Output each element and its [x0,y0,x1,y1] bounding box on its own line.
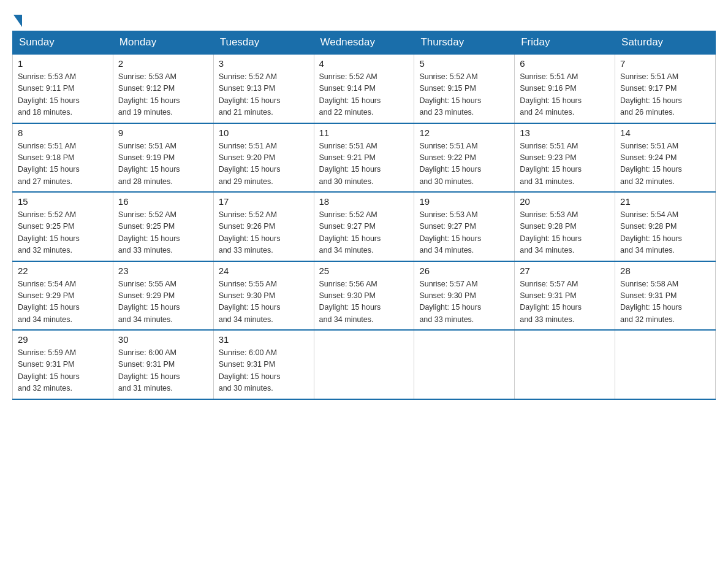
calendar-day-cell: 22Sunrise: 5:54 AM Sunset: 9:29 PM Dayli… [13,261,113,331]
calendar-table: SundayMondayTuesdayWednesdayThursdayFrid… [12,31,716,400]
day-info: Sunrise: 6:00 AM Sunset: 9:31 PM Dayligh… [118,347,208,395]
day-info: Sunrise: 5:53 AM Sunset: 9:11 PM Dayligh… [18,71,108,119]
calendar-day-cell: 9Sunrise: 5:51 AM Sunset: 9:19 PM Daylig… [113,123,213,193]
day-info: Sunrise: 5:51 AM Sunset: 9:20 PM Dayligh… [219,140,309,188]
day-info: Sunrise: 5:59 AM Sunset: 9:31 PM Dayligh… [18,347,108,395]
day-info: Sunrise: 5:51 AM Sunset: 9:19 PM Dayligh… [118,140,208,188]
day-info: Sunrise: 5:53 AM Sunset: 9:27 PM Dayligh… [419,209,509,257]
day-info: Sunrise: 5:57 AM Sunset: 9:30 PM Dayligh… [419,278,509,326]
calendar-day-cell: 5Sunrise: 5:52 AM Sunset: 9:15 PM Daylig… [414,54,515,123]
calendar-day-cell: 23Sunrise: 5:55 AM Sunset: 9:29 PM Dayli… [113,261,213,331]
day-info: Sunrise: 5:58 AM Sunset: 9:31 PM Dayligh… [620,278,710,326]
calendar-day-cell: 13Sunrise: 5:51 AM Sunset: 9:23 PM Dayli… [515,123,615,193]
calendar-week-row: 8Sunrise: 5:51 AM Sunset: 9:18 PM Daylig… [13,123,716,193]
calendar-day-cell [615,330,716,399]
day-info: Sunrise: 5:52 AM Sunset: 9:14 PM Dayligh… [319,71,409,119]
day-info: Sunrise: 5:52 AM Sunset: 9:25 PM Dayligh… [118,209,208,257]
day-number: 14 [620,128,710,138]
day-number: 21 [620,196,710,207]
calendar-day-cell [314,330,414,399]
calendar-day-cell: 29Sunrise: 5:59 AM Sunset: 9:31 PM Dayli… [13,330,113,399]
day-info: Sunrise: 5:52 AM Sunset: 9:13 PM Dayligh… [219,71,309,119]
day-number: 7 [620,58,710,69]
day-number: 12 [419,128,509,138]
calendar-day-cell: 4Sunrise: 5:52 AM Sunset: 9:14 PM Daylig… [314,54,414,123]
day-number: 27 [520,266,610,276]
day-number: 11 [319,128,409,138]
calendar-day-cell: 7Sunrise: 5:51 AM Sunset: 9:17 PM Daylig… [615,54,716,123]
calendar-header-monday: Monday [113,31,213,55]
day-number: 26 [419,266,509,276]
day-number: 28 [620,266,710,276]
calendar-day-cell: 12Sunrise: 5:51 AM Sunset: 9:22 PM Dayli… [414,123,515,193]
day-number: 29 [18,334,108,345]
calendar-day-cell: 6Sunrise: 5:51 AM Sunset: 9:16 PM Daylig… [515,54,615,123]
day-number: 23 [118,266,208,276]
day-info: Sunrise: 5:56 AM Sunset: 9:30 PM Dayligh… [319,278,409,326]
calendar-day-cell: 3Sunrise: 5:52 AM Sunset: 9:13 PM Daylig… [213,54,314,123]
logo-arrow-icon [13,15,22,27]
calendar-header-saturday: Saturday [615,31,716,55]
calendar-day-cell: 14Sunrise: 5:51 AM Sunset: 9:24 PM Dayli… [615,123,716,193]
logo [12,12,23,25]
calendar-header-friday: Friday [515,31,615,55]
day-info: Sunrise: 5:55 AM Sunset: 9:29 PM Dayligh… [118,278,208,326]
calendar-day-cell: 19Sunrise: 5:53 AM Sunset: 9:27 PM Dayli… [414,192,515,261]
calendar-day-cell: 16Sunrise: 5:52 AM Sunset: 9:25 PM Dayli… [113,192,213,261]
calendar-header-tuesday: Tuesday [213,31,314,55]
calendar-day-cell: 17Sunrise: 5:52 AM Sunset: 9:26 PM Dayli… [213,192,314,261]
day-info: Sunrise: 5:51 AM Sunset: 9:18 PM Dayligh… [18,140,108,188]
calendar-day-cell [515,330,615,399]
day-number: 24 [219,266,309,276]
day-number: 18 [319,196,409,207]
calendar-day-cell: 1Sunrise: 5:53 AM Sunset: 9:11 PM Daylig… [13,54,113,123]
calendar-day-cell: 27Sunrise: 5:57 AM Sunset: 9:31 PM Dayli… [515,261,615,331]
day-number: 25 [319,266,409,276]
calendar-day-cell: 2Sunrise: 5:53 AM Sunset: 9:12 PM Daylig… [113,54,213,123]
day-number: 20 [520,196,610,207]
day-number: 30 [118,334,208,345]
calendar-header-wednesday: Wednesday [314,31,414,55]
day-info: Sunrise: 5:51 AM Sunset: 9:17 PM Dayligh… [620,71,710,119]
day-info: Sunrise: 5:55 AM Sunset: 9:30 PM Dayligh… [219,278,309,326]
day-info: Sunrise: 5:53 AM Sunset: 9:28 PM Dayligh… [520,209,610,257]
day-number: 13 [520,128,610,138]
calendar-day-cell: 20Sunrise: 5:53 AM Sunset: 9:28 PM Dayli… [515,192,615,261]
calendar-week-row: 22Sunrise: 5:54 AM Sunset: 9:29 PM Dayli… [13,261,716,331]
day-info: Sunrise: 5:54 AM Sunset: 9:29 PM Dayligh… [18,278,108,326]
day-number: 31 [219,334,309,345]
calendar-day-cell: 15Sunrise: 5:52 AM Sunset: 9:25 PM Dayli… [13,192,113,261]
day-info: Sunrise: 6:00 AM Sunset: 9:31 PM Dayligh… [219,347,309,395]
day-info: Sunrise: 5:52 AM Sunset: 9:26 PM Dayligh… [219,209,309,257]
calendar-header-sunday: Sunday [13,31,113,55]
calendar-header-row: SundayMondayTuesdayWednesdayThursdayFrid… [13,31,716,55]
calendar-day-cell: 26Sunrise: 5:57 AM Sunset: 9:30 PM Dayli… [414,261,515,331]
calendar-week-row: 15Sunrise: 5:52 AM Sunset: 9:25 PM Dayli… [13,192,716,261]
day-info: Sunrise: 5:52 AM Sunset: 9:27 PM Dayligh… [319,209,409,257]
day-number: 4 [319,58,409,69]
day-number: 17 [219,196,309,207]
day-info: Sunrise: 5:51 AM Sunset: 9:24 PM Dayligh… [620,140,710,188]
calendar-day-cell: 30Sunrise: 6:00 AM Sunset: 9:31 PM Dayli… [113,330,213,399]
day-number: 2 [118,58,208,69]
calendar-day-cell: 24Sunrise: 5:55 AM Sunset: 9:30 PM Dayli… [213,261,314,331]
day-number: 10 [219,128,309,138]
day-number: 9 [118,128,208,138]
calendar-header-thursday: Thursday [414,31,515,55]
day-info: Sunrise: 5:57 AM Sunset: 9:31 PM Dayligh… [520,278,610,326]
calendar-day-cell: 11Sunrise: 5:51 AM Sunset: 9:21 PM Dayli… [314,123,414,193]
calendar-day-cell: 18Sunrise: 5:52 AM Sunset: 9:27 PM Dayli… [314,192,414,261]
page-header [12,12,716,25]
calendar-week-row: 29Sunrise: 5:59 AM Sunset: 9:31 PM Dayli… [13,330,716,399]
day-number: 19 [419,196,509,207]
day-number: 22 [18,266,108,276]
day-number: 15 [18,196,108,207]
day-number: 16 [118,196,208,207]
day-info: Sunrise: 5:54 AM Sunset: 9:28 PM Dayligh… [620,209,710,257]
calendar-day-cell: 8Sunrise: 5:51 AM Sunset: 9:18 PM Daylig… [13,123,113,193]
calendar-day-cell: 21Sunrise: 5:54 AM Sunset: 9:28 PM Dayli… [615,192,716,261]
calendar-day-cell: 31Sunrise: 6:00 AM Sunset: 9:31 PM Dayli… [213,330,314,399]
day-info: Sunrise: 5:53 AM Sunset: 9:12 PM Dayligh… [118,71,208,119]
day-info: Sunrise: 5:52 AM Sunset: 9:15 PM Dayligh… [419,71,509,119]
calendar-day-cell: 10Sunrise: 5:51 AM Sunset: 9:20 PM Dayli… [213,123,314,193]
